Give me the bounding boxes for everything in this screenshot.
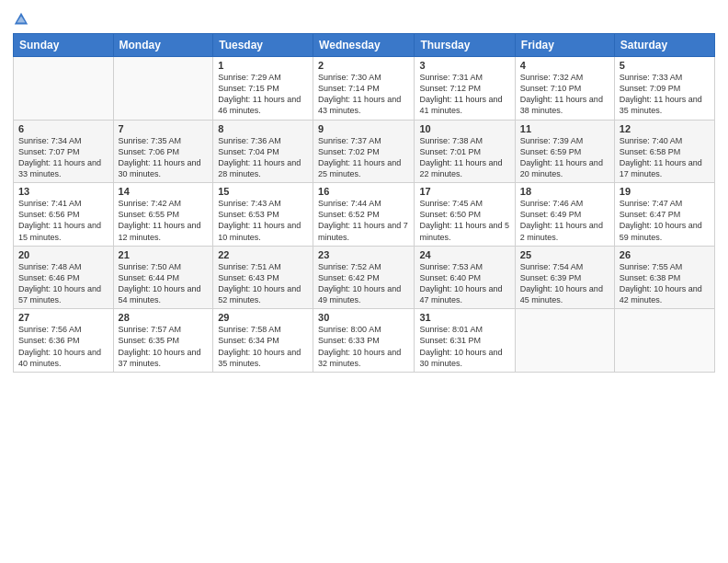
calendar-cell bbox=[14, 57, 114, 121]
day-detail: Sunrise: 8:01 AM Sunset: 6:31 PM Dayligh… bbox=[419, 324, 509, 369]
day-number: 8 bbox=[218, 123, 308, 134]
day-number: 29 bbox=[218, 312, 308, 323]
calendar-cell: 16Sunrise: 7:44 AM Sunset: 6:52 PM Dayli… bbox=[313, 183, 415, 247]
calendar-cell: 18Sunrise: 7:46 AM Sunset: 6:49 PM Dayli… bbox=[515, 183, 614, 247]
day-number: 4 bbox=[520, 60, 609, 71]
day-number: 23 bbox=[318, 249, 409, 260]
day-number: 28 bbox=[119, 312, 209, 323]
calendar-cell: 15Sunrise: 7:43 AM Sunset: 6:53 PM Dayli… bbox=[213, 183, 313, 247]
calendar-week-1: 1Sunrise: 7:29 AM Sunset: 7:15 PM Daylig… bbox=[14, 57, 715, 121]
day-detail: Sunrise: 7:47 AM Sunset: 6:47 PM Dayligh… bbox=[620, 198, 710, 243]
calendar-cell bbox=[614, 309, 714, 373]
day-number: 26 bbox=[620, 249, 710, 260]
calendar-cell: 5Sunrise: 7:33 AM Sunset: 7:09 PM Daylig… bbox=[614, 57, 714, 121]
calendar-cell: 9Sunrise: 7:37 AM Sunset: 7:02 PM Daylig… bbox=[313, 120, 415, 183]
calendar-cell: 17Sunrise: 7:45 AM Sunset: 6:50 PM Dayli… bbox=[415, 183, 515, 247]
calendar-cell: 14Sunrise: 7:42 AM Sunset: 6:55 PM Dayli… bbox=[113, 183, 213, 247]
day-detail: Sunrise: 7:52 AM Sunset: 6:42 PM Dayligh… bbox=[318, 261, 409, 306]
calendar-cell: 6Sunrise: 7:34 AM Sunset: 7:07 PM Daylig… bbox=[14, 120, 114, 183]
day-detail: Sunrise: 7:31 AM Sunset: 7:12 PM Dayligh… bbox=[419, 72, 509, 117]
calendar-header-wednesday: Wednesday bbox=[313, 34, 415, 57]
day-number: 9 bbox=[318, 123, 409, 134]
calendar-cell: 10Sunrise: 7:38 AM Sunset: 7:01 PM Dayli… bbox=[415, 120, 515, 183]
day-number: 5 bbox=[620, 60, 710, 71]
day-detail: Sunrise: 7:43 AM Sunset: 6:53 PM Dayligh… bbox=[218, 198, 308, 243]
day-detail: Sunrise: 7:32 AM Sunset: 7:10 PM Dayligh… bbox=[520, 72, 609, 117]
day-number: 3 bbox=[419, 60, 509, 71]
day-detail: Sunrise: 7:57 AM Sunset: 6:35 PM Dayligh… bbox=[119, 324, 209, 369]
day-detail: Sunrise: 7:40 AM Sunset: 6:58 PM Dayligh… bbox=[620, 135, 710, 180]
day-number: 18 bbox=[520, 186, 609, 197]
calendar-cell: 3Sunrise: 7:31 AM Sunset: 7:12 PM Daylig… bbox=[415, 57, 515, 121]
day-detail: Sunrise: 7:56 AM Sunset: 6:36 PM Dayligh… bbox=[18, 324, 108, 369]
day-detail: Sunrise: 8:00 AM Sunset: 6:33 PM Dayligh… bbox=[318, 324, 409, 369]
day-number: 2 bbox=[318, 60, 409, 71]
calendar-cell: 22Sunrise: 7:51 AM Sunset: 6:43 PM Dayli… bbox=[213, 246, 313, 309]
calendar-header-monday: Monday bbox=[113, 34, 213, 57]
calendar-week-5: 27Sunrise: 7:56 AM Sunset: 6:36 PM Dayli… bbox=[14, 309, 715, 373]
day-detail: Sunrise: 7:42 AM Sunset: 6:55 PM Dayligh… bbox=[119, 198, 209, 243]
day-detail: Sunrise: 7:48 AM Sunset: 6:46 PM Dayligh… bbox=[18, 261, 108, 306]
calendar-cell: 27Sunrise: 7:56 AM Sunset: 6:36 PM Dayli… bbox=[14, 309, 114, 373]
day-number: 16 bbox=[318, 186, 409, 197]
calendar-header-tuesday: Tuesday bbox=[213, 34, 313, 57]
day-number: 24 bbox=[419, 249, 509, 260]
day-number: 22 bbox=[218, 249, 308, 260]
calendar-cell: 25Sunrise: 7:54 AM Sunset: 6:39 PM Dayli… bbox=[515, 246, 614, 309]
calendar-cell: 21Sunrise: 7:50 AM Sunset: 6:44 PM Dayli… bbox=[113, 246, 213, 309]
day-number: 11 bbox=[520, 123, 609, 134]
calendar-header-thursday: Thursday bbox=[415, 34, 515, 57]
day-number: 13 bbox=[18, 186, 108, 197]
day-detail: Sunrise: 7:37 AM Sunset: 7:02 PM Dayligh… bbox=[318, 135, 409, 180]
day-number: 6 bbox=[18, 123, 108, 134]
day-detail: Sunrise: 7:54 AM Sunset: 6:39 PM Dayligh… bbox=[520, 261, 609, 306]
calendar-cell bbox=[113, 57, 213, 121]
day-detail: Sunrise: 7:55 AM Sunset: 6:38 PM Dayligh… bbox=[620, 261, 710, 306]
calendar-cell: 11Sunrise: 7:39 AM Sunset: 6:59 PM Dayli… bbox=[515, 120, 614, 183]
day-number: 12 bbox=[620, 123, 710, 134]
calendar-cell: 24Sunrise: 7:53 AM Sunset: 6:40 PM Dayli… bbox=[415, 246, 515, 309]
day-detail: Sunrise: 7:46 AM Sunset: 6:49 PM Dayligh… bbox=[520, 198, 609, 243]
day-number: 15 bbox=[218, 186, 308, 197]
calendar-cell: 29Sunrise: 7:58 AM Sunset: 6:34 PM Dayli… bbox=[213, 309, 313, 373]
day-number: 30 bbox=[318, 312, 409, 323]
day-detail: Sunrise: 7:58 AM Sunset: 6:34 PM Dayligh… bbox=[218, 324, 308, 369]
day-detail: Sunrise: 7:38 AM Sunset: 7:01 PM Dayligh… bbox=[419, 135, 509, 180]
header bbox=[13, 9, 715, 28]
calendar-cell bbox=[515, 309, 614, 373]
day-number: 19 bbox=[620, 186, 710, 197]
calendar-cell: 28Sunrise: 7:57 AM Sunset: 6:35 PM Dayli… bbox=[113, 309, 213, 373]
calendar-cell: 12Sunrise: 7:40 AM Sunset: 6:58 PM Dayli… bbox=[614, 120, 714, 183]
day-number: 31 bbox=[419, 312, 509, 323]
calendar-cell: 4Sunrise: 7:32 AM Sunset: 7:10 PM Daylig… bbox=[515, 57, 614, 121]
calendar-week-2: 6Sunrise: 7:34 AM Sunset: 7:07 PM Daylig… bbox=[14, 120, 715, 183]
calendar-cell: 7Sunrise: 7:35 AM Sunset: 7:06 PM Daylig… bbox=[113, 120, 213, 183]
page: SundayMondayTuesdayWednesdayThursdayFrid… bbox=[0, 0, 728, 563]
day-number: 10 bbox=[419, 123, 509, 134]
calendar-cell: 1Sunrise: 7:29 AM Sunset: 7:15 PM Daylig… bbox=[213, 57, 313, 121]
day-detail: Sunrise: 7:51 AM Sunset: 6:43 PM Dayligh… bbox=[218, 261, 308, 306]
calendar-cell: 31Sunrise: 8:01 AM Sunset: 6:31 PM Dayli… bbox=[415, 309, 515, 373]
day-detail: Sunrise: 7:45 AM Sunset: 6:50 PM Dayligh… bbox=[419, 198, 509, 243]
day-detail: Sunrise: 7:39 AM Sunset: 6:59 PM Dayligh… bbox=[520, 135, 609, 180]
day-number: 27 bbox=[18, 312, 108, 323]
calendar-header-friday: Friday bbox=[515, 34, 614, 57]
day-number: 20 bbox=[18, 249, 108, 260]
calendar-header-sunday: Sunday bbox=[14, 34, 114, 57]
day-number: 21 bbox=[119, 249, 209, 260]
day-number: 25 bbox=[520, 249, 609, 260]
calendar-cell: 13Sunrise: 7:41 AM Sunset: 6:56 PM Dayli… bbox=[14, 183, 114, 247]
day-detail: Sunrise: 7:41 AM Sunset: 6:56 PM Dayligh… bbox=[18, 198, 108, 243]
logo-icon bbox=[13, 11, 29, 28]
day-detail: Sunrise: 7:36 AM Sunset: 7:04 PM Dayligh… bbox=[218, 135, 308, 180]
calendar-cell: 8Sunrise: 7:36 AM Sunset: 7:04 PM Daylig… bbox=[213, 120, 313, 183]
day-number: 14 bbox=[119, 186, 209, 197]
calendar-header-row: SundayMondayTuesdayWednesdayThursdayFrid… bbox=[14, 34, 715, 57]
day-detail: Sunrise: 7:34 AM Sunset: 7:07 PM Dayligh… bbox=[18, 135, 108, 180]
calendar-cell: 20Sunrise: 7:48 AM Sunset: 6:46 PM Dayli… bbox=[14, 246, 114, 309]
day-detail: Sunrise: 7:30 AM Sunset: 7:14 PM Dayligh… bbox=[318, 72, 409, 117]
calendar-cell: 30Sunrise: 8:00 AM Sunset: 6:33 PM Dayli… bbox=[313, 309, 415, 373]
calendar-week-3: 13Sunrise: 7:41 AM Sunset: 6:56 PM Dayli… bbox=[14, 183, 715, 247]
calendar-cell: 23Sunrise: 7:52 AM Sunset: 6:42 PM Dayli… bbox=[313, 246, 415, 309]
calendar-week-4: 20Sunrise: 7:48 AM Sunset: 6:46 PM Dayli… bbox=[14, 246, 715, 309]
